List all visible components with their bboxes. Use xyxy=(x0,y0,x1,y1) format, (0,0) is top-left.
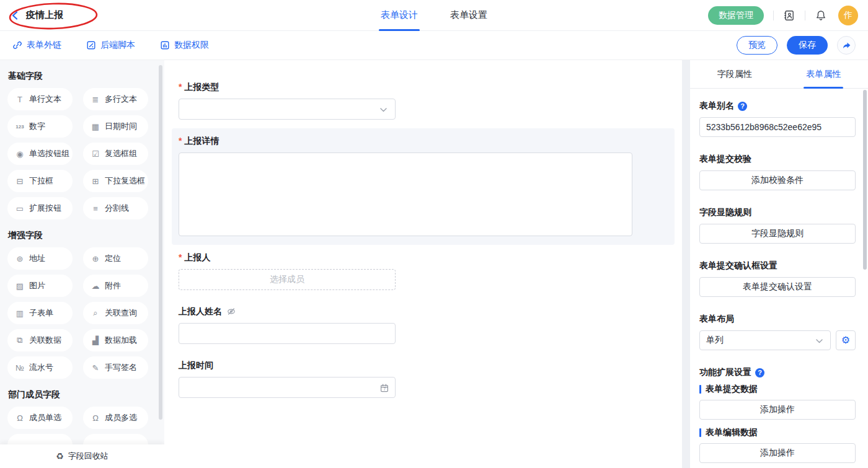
single-line-text-icon: T xyxy=(15,95,25,104)
field-item-data-load[interactable]: ▟数据加载 xyxy=(83,329,148,351)
report-detail-textarea[interactable] xyxy=(179,152,632,236)
field-item-label: 数字 xyxy=(29,121,45,132)
field-item-divider-line[interactable]: ≡分割线 xyxy=(83,197,148,219)
help-icon[interactable]: ? xyxy=(755,368,764,377)
preview-button[interactable]: 预览 xyxy=(737,36,777,55)
submit-validation-label: 表单提交校验 xyxy=(699,153,856,166)
tab-field-properties[interactable]: 字段属性 xyxy=(690,60,779,88)
field-item-label: 图片 xyxy=(29,280,45,291)
submit-confirm-button[interactable]: 表单提交确认设置 xyxy=(699,277,856,297)
back-button[interactable] xyxy=(10,10,21,21)
sidebar-scrollbar[interactable] xyxy=(159,65,162,420)
add-submit-action-button[interactable]: 添加操作 xyxy=(699,400,856,420)
field-row-report-type[interactable]: * 上报类型 xyxy=(172,74,675,128)
submit-confirm-label: 表单提交确认框设置 xyxy=(699,260,856,272)
field-item-label: 附件 xyxy=(105,280,121,291)
search-doc-icon: ⌕ xyxy=(91,308,100,318)
field-item-related-data[interactable]: ⧉关联数据 xyxy=(7,329,73,351)
field-visibility-button[interactable]: 字段显隐规则 xyxy=(699,224,856,244)
field-item-subform[interactable]: ▥子表单 xyxy=(7,302,73,324)
toolbar-link-label: 数据权限 xyxy=(174,40,209,51)
data-permission-button[interactable]: 数据权限 xyxy=(160,40,209,51)
field-label-text: 上报类型 xyxy=(184,81,219,93)
field-item-label: 关联查询 xyxy=(105,307,137,319)
data-manage-button[interactable]: 数据管理 xyxy=(708,6,764,25)
divider-line-icon: ≡ xyxy=(91,204,100,213)
required-mark: * xyxy=(179,135,182,147)
field-label: * 上报人 xyxy=(179,251,668,263)
field-item-attachment[interactable]: ☁附件 xyxy=(83,275,148,297)
enhanced-fields-grid: ⊚地址 ⊕定位 ▨图片 ☁附件 ▥子表单 ⌕关联查询 ⧉关联数据 ▟数据加载 №… xyxy=(7,247,157,379)
tab-form-properties[interactable]: 表单属性 xyxy=(779,60,868,88)
field-item-member-multi[interactable]: Ω成员多选 xyxy=(83,407,148,429)
recycle-icon: ♻ xyxy=(56,451,64,461)
notification-bell-icon[interactable] xyxy=(815,9,827,22)
layout-select[interactable]: 单列 xyxy=(699,330,831,350)
share-button[interactable] xyxy=(837,36,856,55)
save-button[interactable]: 保存 xyxy=(787,36,828,55)
tab-form-design[interactable]: 表单设计 xyxy=(379,0,420,31)
field-label: * 上报详情 xyxy=(179,135,668,147)
reporter-name-input[interactable] xyxy=(179,323,396,344)
field-item-number[interactable]: 123数字 xyxy=(7,115,73,138)
field-row-reporter[interactable]: * 上报人 选择成员 xyxy=(172,245,675,299)
external-link-button[interactable]: 表单外链 xyxy=(12,40,61,51)
field-item-serial-number[interactable]: №流水号 xyxy=(7,356,73,379)
group-accent-bar xyxy=(699,385,701,394)
add-validation-button[interactable]: 添加校验条件 xyxy=(699,170,856,190)
field-item-signature[interactable]: ✎手写签名 xyxy=(83,356,148,379)
gear-icon: ⚙ xyxy=(841,335,850,345)
report-type-select[interactable] xyxy=(179,99,396,120)
field-item-checkbox-group[interactable]: ☑复选框组 xyxy=(83,143,148,165)
field-item-single-line-text[interactable]: T单行文本 xyxy=(7,88,73,110)
backend-script-button[interactable]: 后端脚本 xyxy=(86,40,135,51)
field-item-label: 流水号 xyxy=(29,362,53,373)
share-arrow-icon xyxy=(841,40,852,51)
field-item-extend-button[interactable]: ▭扩展按钮 xyxy=(7,197,73,219)
svg-text:7: 7 xyxy=(383,387,386,391)
image-icon: ▨ xyxy=(15,281,25,291)
tab-form-settings[interactable]: 表单设置 xyxy=(448,0,489,31)
field-row-report-detail[interactable]: * 上报详情 xyxy=(172,128,675,245)
field-item-multi-line-text[interactable]: ≣多行文本 xyxy=(83,88,148,110)
field-item-image[interactable]: ▨图片 xyxy=(7,275,73,297)
form-alias-label-text: 表单别名 xyxy=(699,100,734,112)
panel-scrollbar[interactable] xyxy=(863,90,867,270)
chevron-down-icon xyxy=(816,339,823,343)
form-designer-app: 疫情上报 表单设计 表单设置 数据管理 xyxy=(0,0,868,468)
report-time-date-input[interactable]: 7 xyxy=(179,377,396,398)
avatar[interactable]: 作 xyxy=(838,6,858,25)
layout-settings-button[interactable]: ⚙ xyxy=(836,330,856,350)
subform-icon: ▥ xyxy=(15,309,25,318)
field-item-label: 成员单选 xyxy=(29,412,61,423)
layout-select-value: 单列 xyxy=(706,335,724,346)
toolbar-link-label: 后端脚本 xyxy=(100,40,135,51)
contacts-book-icon[interactable] xyxy=(783,9,795,22)
help-icon[interactable]: ? xyxy=(738,102,747,111)
field-item-label: 单选按钮组 xyxy=(29,148,69,159)
field-label: 上报人姓名 xyxy=(179,305,668,317)
form-toolbar: 表单外链 后端脚本 数据权限 预览 保存 xyxy=(0,31,868,60)
cloud-upload-icon: ☁ xyxy=(91,281,100,291)
field-item-label: 定位 xyxy=(105,253,121,264)
field-row-reporter-name[interactable]: 上报人姓名 xyxy=(172,299,675,353)
field-item-related-query[interactable]: ⌕关联查询 xyxy=(83,302,148,324)
hidden-field-eye-off-icon xyxy=(227,307,236,316)
member-picker-button[interactable]: 选择成员 xyxy=(179,269,396,290)
field-item-label: 日期时间 xyxy=(105,121,137,132)
field-item-locate[interactable]: ⊕定位 xyxy=(83,247,148,270)
form-canvas: * 上报类型 * 上报详情 * 上报人 xyxy=(164,60,682,468)
field-item-address[interactable]: ⊚地址 xyxy=(7,247,73,270)
field-item-radio-group[interactable]: ◉单选按钮组 xyxy=(7,143,73,165)
form-alias-input[interactable] xyxy=(699,117,856,137)
add-edit-action-button[interactable]: 添加操作 xyxy=(699,443,856,463)
field-row-report-time[interactable]: 上报时间 7 xyxy=(172,353,675,407)
field-item-datetime[interactable]: ▦日期时间 xyxy=(83,115,148,138)
number-icon: 123 xyxy=(15,124,25,130)
field-label: 上报时间 xyxy=(179,359,668,371)
field-item-member-single[interactable]: Ω成员单选 xyxy=(7,407,73,429)
field-recycle-bin[interactable]: ♻ 字段回收站 xyxy=(0,444,164,468)
toolbar-actions: 预览 保存 xyxy=(737,36,856,55)
field-item-dropdown[interactable]: ⊟下拉框 xyxy=(7,170,73,192)
field-item-multi-dropdown[interactable]: ⊞下拉复选框 xyxy=(83,170,148,192)
